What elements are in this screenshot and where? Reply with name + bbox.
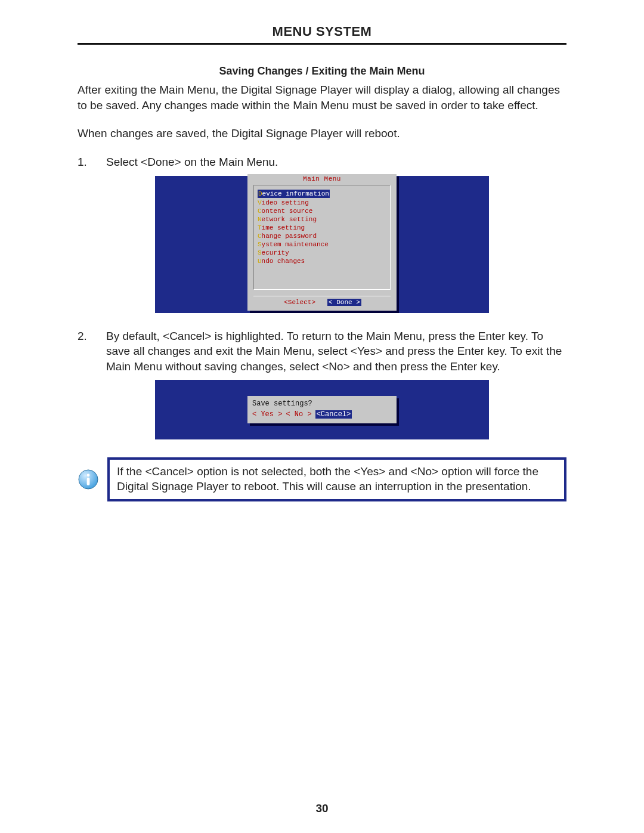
menu-item-undo-changes[interactable]: Undo changes	[258, 257, 386, 265]
step-2: 2. By default, <Cancel> is highlighted. …	[78, 329, 566, 374]
info-icon	[78, 469, 99, 490]
intro-paragraph-1: After exiting the Main Menu, the Digital…	[78, 82, 566, 113]
no-button[interactable]: < No >	[286, 410, 311, 419]
save-dialog-screenshot: Save settings? < Yes > < No > <Cancel>	[78, 380, 566, 439]
svg-point-1	[87, 474, 90, 477]
step-1-number: 1.	[78, 154, 92, 170]
menu-item-system-maintenance[interactable]: System maintenance	[258, 240, 386, 249]
main-menu-screenshot: Main Menu Device information Video setti…	[78, 176, 566, 313]
done-button[interactable]: < Done >	[327, 299, 361, 306]
menu-item-time-setting[interactable]: Time setting	[258, 224, 386, 232]
page-header-title: MENU SYSTEM	[78, 24, 566, 43]
menu-item-network-setting[interactable]: Network setting	[258, 215, 386, 224]
step-2-text: By default, <Cancel> is highlighted. To …	[106, 329, 566, 374]
menu-item-content-source[interactable]: Content source	[258, 207, 386, 215]
step-1: 1. Select <Done> on the Main Menu.	[78, 154, 566, 170]
step-2-number: 2.	[78, 329, 92, 374]
cancel-button[interactable]: <Cancel>	[315, 410, 352, 419]
save-question: Save settings?	[252, 400, 392, 408]
menu-item-video-setting[interactable]: Video setting	[258, 199, 386, 207]
page-number: 30	[0, 802, 644, 815]
menu-item-change-password[interactable]: Change password	[258, 232, 386, 240]
save-dialog-window: Save settings? < Yes > < No > <Cancel>	[247, 396, 397, 423]
intro-paragraph-2: When changes are saved, the Digital Sign…	[78, 126, 566, 141]
menu-item-security[interactable]: Security	[258, 249, 386, 257]
yes-button[interactable]: < Yes >	[252, 410, 282, 419]
section-title: Saving Changes / Exiting the Main Menu	[78, 65, 566, 78]
menu-item-device-information[interactable]: Device information	[258, 190, 330, 198]
step-1-text: Select <Done> on the Main Menu.	[106, 154, 278, 170]
main-menu-window: Main Menu Device information Video setti…	[247, 174, 397, 311]
svg-rect-2	[87, 478, 90, 485]
header-rule	[78, 43, 566, 45]
select-button[interactable]: <Select>	[283, 299, 317, 306]
info-callout: If the <Cancel> option is not selected, …	[78, 457, 566, 501]
info-callout-text: If the <Cancel> option is not selected, …	[107, 457, 566, 501]
document-page: MENU SYSTEM Saving Changes / Exiting the…	[0, 0, 644, 833]
main-menu-title: Main Menu	[247, 174, 397, 184]
main-menu-list: Device information Video setting Content…	[253, 185, 391, 290]
